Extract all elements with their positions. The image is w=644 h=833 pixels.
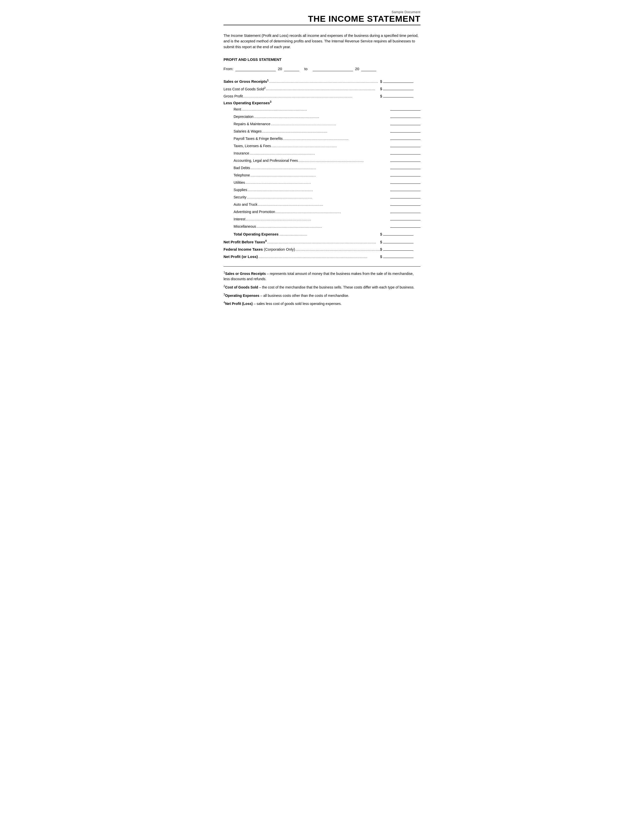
footnote-text: – the cost of the merchandise that the b… [258,285,414,289]
sample-doc-label: Sample Document [392,10,420,14]
from-date-field[interactable] [235,66,276,71]
expense-label: Taxes, Licenses & Fees [233,144,271,148]
bottom-row-amount: $ [380,239,420,244]
expense-row: Security ...............................… [233,194,420,199]
expense-underline[interactable] [390,194,420,198]
bottom-row-label: Federal Income Taxes (Corporation Only) [224,247,295,251]
to-label: to [304,67,308,71]
expense-underline[interactable] [390,150,420,154]
expense-label: Insurance [233,151,249,155]
bottom-row-underline[interactable] [383,253,414,258]
footnote-bold: Cost of Goods Sold [225,285,258,289]
expense-label: Utilities [233,180,245,185]
less-cost-amount: $ [380,85,420,91]
expense-label: Security [233,195,246,199]
total-operating-label: Total Operating Expenses [233,232,279,236]
expense-dots: ........................................… [256,224,388,228]
expense-dots: ........................................… [247,188,388,192]
expense-dots: ........................................… [271,144,388,148]
expense-underline[interactable] [390,187,420,191]
expense-label: Accounting, Legal and Professional Fees [233,159,298,162]
expense-label: Auto and Truck [233,203,258,206]
expense-row: Taxes, Licenses & Fees .................… [233,143,420,148]
expense-row: Bad Debts ..............................… [233,165,420,170]
expense-underline[interactable] [390,157,420,162]
expense-underline[interactable] [390,135,420,140]
bottom-row-dots: ........................................… [295,248,380,251]
expense-label: Supplies [233,188,247,192]
footnote-item: 4Net Profit (Loss) – sales less cost of … [224,300,420,306]
expense-underline[interactable] [390,128,420,132]
page-header: Sample Document THE INCOME STATEMENT [224,10,420,25]
expense-underline[interactable] [390,223,420,228]
expense-dots: ........................................… [250,166,388,170]
from-label: From: [224,67,233,71]
footnote-item: 2Cost of Goods Sold – the cost of the me… [224,284,420,290]
expense-underline[interactable] [390,165,420,169]
year1-field[interactable] [284,66,299,71]
expense-dots: ........................................… [258,203,388,206]
sales-label: Sales or Gross Receipts1 [224,79,269,84]
expense-dots: ........................................… [298,159,388,162]
sales-dots: ........................................… [269,79,380,84]
less-cost-label: Less Cost of Goods Sold2 [224,86,266,91]
expense-row: Miscellaneous ..........................… [233,223,420,228]
less-cost-row: Less Cost of Goods Sold2 ...............… [224,85,420,91]
footnote-text: – all business costs other than the cost… [259,293,349,298]
expense-label: Bad Debts [233,166,250,170]
total-operating-underline[interactable] [383,231,414,235]
expense-rows-container: Rent ...................................… [233,106,420,228]
expense-label: Salaries & Wages [233,129,262,133]
expense-row: Utilities ..............................… [233,179,420,185]
footnote-bold: Sales or Gross Receipts [225,272,266,276]
bottom-row-dots: ........................................… [258,255,380,259]
bottom-row-underline[interactable] [383,246,414,251]
expense-row: Depreciation ...........................… [233,113,420,119]
expense-label: Repairs & Maintenance [233,122,270,126]
expense-row: Rent ...................................… [233,106,420,111]
gross-profit-amount: $ [380,93,420,98]
expense-underline[interactable] [390,143,420,147]
expense-label: Advertising and Promotion [233,210,275,214]
expense-underline[interactable] [390,106,420,111]
intro-paragraph: The Income Statement (Profit and Loss) r… [224,33,420,50]
bottom-row-underline[interactable] [383,239,414,243]
bottom-row-amount: $ [380,246,420,251]
sales-underline[interactable] [383,78,414,83]
less-operating-header: Less Operating Expenses3 [224,100,420,105]
bottom-row-label: Net Profit (or Loss) [224,254,258,259]
expense-row: Advertising and Promotion ..............… [233,209,420,214]
gross-profit-row: Gross Profit ...........................… [224,93,420,98]
footnotes-section: 1Sales or Gross Receipts – represents to… [224,266,420,306]
expense-dots: ........................................… [245,180,388,185]
less-operating-label: Less Operating Expenses3 [224,101,272,105]
footnote-bold: Net Profit (Loss) [225,302,253,306]
less-cost-underline[interactable] [383,85,414,90]
to-date-field[interactable] [313,66,353,71]
expense-dots: ........................................… [262,129,388,133]
year1-label: 20 [278,67,282,71]
expense-underline[interactable] [390,113,420,118]
year2-field[interactable] [361,66,376,71]
from-line: From: 20 to 20 [224,66,420,71]
expense-dots: ........................................… [270,122,388,126]
expense-dots: ........................................… [249,151,388,155]
bottom-row-2: Net Profit (or Loss) ...................… [224,253,420,259]
expense-underline[interactable] [390,209,420,213]
total-operating-row: Total Operating Expenses ...............… [224,231,420,236]
total-operating-dots: ...................... [279,232,380,236]
expense-dots: ........................................… [275,210,388,214]
expense-dots: ........................................… [245,217,388,221]
expense-row: Auto and Truck .........................… [233,201,420,206]
year2-label: 20 [355,67,359,71]
expense-underline[interactable] [390,179,420,184]
expense-underline[interactable] [390,172,420,177]
bottom-row-label: Net Profit Before Taxes4 [224,239,267,244]
expense-underline[interactable] [390,201,420,206]
expense-row: Insurance ..............................… [233,150,420,155]
gross-profit-underline[interactable] [383,93,414,97]
expense-underline[interactable] [390,121,420,125]
expense-dots: ........................................… [241,107,388,111]
footnote-item: 3Operating Expenses – all business costs… [224,292,420,298]
expense-underline[interactable] [390,216,420,220]
